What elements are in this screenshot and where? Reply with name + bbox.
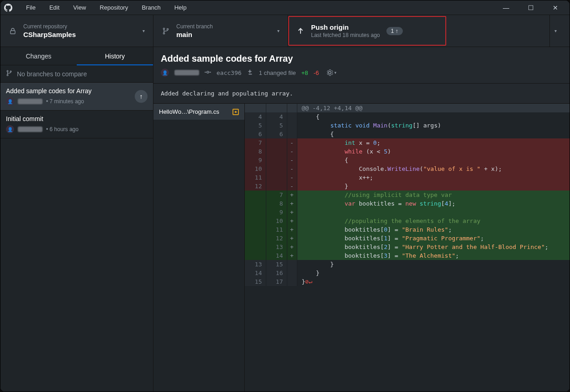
file-path: HelloWo…\Program.cs <box>159 108 219 115</box>
commit-description: Added declaring and populating array. <box>153 84 570 104</box>
svg-point-3 <box>167 28 168 30</box>
diff-line: 9+ <box>245 208 570 217</box>
diff-line: 11- x++; <box>245 173 570 182</box>
menu-view[interactable]: View <box>67 2 92 13</box>
diff-line: 7+ //using implicit data type var <box>245 191 570 199</box>
diff-line: 7- int x = 0; <box>245 138 570 147</box>
compare-text: No branches to compare <box>17 70 87 78</box>
commit-sha[interactable]: eacc396 <box>216 69 242 76</box>
diff-line: 10- Console.WriteLine("value of x is " +… <box>245 164 570 173</box>
push-title: Push origin <box>311 23 380 31</box>
commit-icon <box>205 69 211 77</box>
changed-file[interactable]: HelloWo…\Program.cs <box>153 104 244 120</box>
close-button[interactable]: ✕ <box>545 1 566 15</box>
avatar: 👤 <box>6 97 14 106</box>
diff-line: 13+ booktitles[2] = "Harry Potter and th… <box>245 243 570 251</box>
window-controls: — ☐ ✕ <box>496 1 566 15</box>
lock-icon <box>9 27 17 35</box>
commit-item[interactable]: Initial commit 👤 • 6 hours ago <box>0 111 153 138</box>
menu-file[interactable]: File <box>20 2 42 13</box>
maximize-button[interactable]: ☐ <box>520 1 541 15</box>
menu-branch[interactable]: Branch <box>135 2 167 13</box>
diff-line: 8+ var booktitles = new string[4]; <box>245 199 570 208</box>
svg-rect-8 <box>248 74 252 74</box>
tab-history[interactable]: History <box>77 47 153 65</box>
diff-line: 12+ booktitles[1] = "Pragmatic Programme… <box>245 234 570 243</box>
toolbar: Current repository CSharpSamples ▾ Curre… <box>0 15 570 47</box>
repo-label: Current repository <box>23 23 76 30</box>
diff-line: 44 { <box>245 112 570 121</box>
diff-line: 12- } <box>245 182 570 191</box>
chevron-down-icon: ▾ <box>277 28 280 33</box>
commit-header: Added sample codes for Array 👤 eacc396 1… <box>153 47 570 84</box>
svg-rect-0 <box>11 31 15 34</box>
current-branch-selector[interactable]: Current branch main ▾ <box>153 15 288 47</box>
commit-time: • 7 minutes ago <box>46 98 84 105</box>
svg-point-1 <box>163 28 164 29</box>
diff-line: @@ -4,12 +4,14 @@ <box>245 104 570 112</box>
avatar: 👤 <box>6 125 14 133</box>
branch-label: Current branch <box>176 23 213 30</box>
current-repository-selector[interactable]: Current repository CSharpSamples ▾ <box>0 15 153 47</box>
diff-view[interactable]: @@ -4,12 +4,14 @@44 {55 static void Main… <box>245 104 570 392</box>
svg-point-5 <box>7 74 8 76</box>
push-dropdown[interactable]: ▾ <box>549 15 561 47</box>
svg-point-2 <box>163 32 164 34</box>
titlebar: FileEditViewRepositoryBranchHelp — ☐ ✕ <box>0 0 570 15</box>
svg-point-7 <box>207 71 209 73</box>
commit-item[interactable]: Added sample codes for Array 👤 • 7 minut… <box>0 83 153 111</box>
menu-repository[interactable]: Repository <box>93 2 134 13</box>
gear-icon[interactable]: ▾ <box>326 69 337 76</box>
svg-point-4 <box>7 70 8 72</box>
commit-title: Added sample codes for Array <box>161 53 562 64</box>
diff-line: 55 static void Main(string[] args) <box>245 121 570 130</box>
tab-changes[interactable]: Changes <box>0 47 77 65</box>
modified-icon <box>232 109 239 115</box>
author-blur <box>174 70 199 75</box>
push-subtitle: Last fetched 18 minutes ago <box>311 32 380 38</box>
github-logo <box>4 4 12 12</box>
push-origin-button[interactable]: Push origin Last fetched 18 minutes ago … <box>296 23 424 38</box>
commit-time: • 6 hours ago <box>46 126 79 132</box>
diff-line: 8- while (x < 5) <box>245 147 570 156</box>
push-origin-section: Push origin Last fetched 18 minutes ago … <box>288 15 570 47</box>
chevron-down-icon: ▾ <box>142 28 145 33</box>
git-branch-icon <box>162 27 170 35</box>
diff-icon <box>247 69 253 77</box>
author-blur <box>18 99 42 104</box>
menu-edit[interactable]: Edit <box>43 2 66 13</box>
diff-line: 66 { <box>245 130 570 138</box>
diff-line: 14+ booktitles[3] = "The Alchemist"; <box>245 251 570 260</box>
minimize-button[interactable]: — <box>496 1 517 15</box>
diff-line: 1416 } <box>245 269 570 277</box>
avatar: 👤 <box>161 69 169 77</box>
diff-line: 1315 } <box>245 260 570 269</box>
git-branch-icon <box>6 70 12 78</box>
compare-branches[interactable]: No branches to compare <box>0 65 153 83</box>
diff-line: 9- { <box>245 156 570 164</box>
author-blur <box>18 127 42 132</box>
diff-line: 10+ //populating the elements of the arr… <box>245 217 570 225</box>
push-indicator-icon: ↑ <box>135 90 148 103</box>
menu-help[interactable]: Help <box>168 2 193 13</box>
ahead-badge: 1 ↑ <box>386 27 403 35</box>
commit-item-title: Added sample codes for Array <box>6 87 148 95</box>
deletions: -6 <box>314 69 319 76</box>
push-icon <box>296 27 305 35</box>
additions: +8 <box>301 69 308 76</box>
svg-point-6 <box>10 71 11 72</box>
diff-line: 11+ booktitles[0] = "Brain Rules"; <box>245 225 570 234</box>
repo-name: CSharpSamples <box>23 31 76 38</box>
changed-files[interactable]: 1 changed file <box>259 69 296 76</box>
commit-item-title: Initial commit <box>6 115 148 122</box>
branch-name: main <box>176 31 213 38</box>
diff-line: 1517}⊘↵ <box>245 277 570 286</box>
